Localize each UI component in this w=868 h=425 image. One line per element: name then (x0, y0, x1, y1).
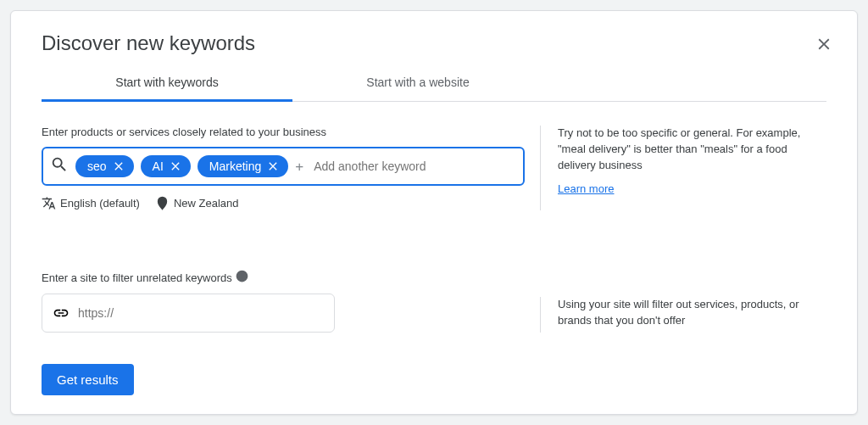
close-icon (266, 159, 280, 173)
chip-label: Marketing (209, 159, 261, 173)
chip-label: seo (87, 159, 107, 173)
site-label-text: Enter a site to filter unrelated keyword… (42, 271, 232, 284)
chip-label: AI (153, 159, 164, 173)
tabs: Start with keywords Start with a website (42, 65, 826, 102)
keywords-input-field[interactable]: seo AI Marketing + (42, 147, 525, 186)
site-url-input[interactable] (78, 306, 324, 320)
settings-row: English (default) New Zealand (42, 196, 525, 210)
chip-remove[interactable] (266, 159, 280, 173)
site-input-field[interactable] (42, 294, 335, 333)
site-label: Enter a site to filter unrelated keyword… (42, 270, 525, 285)
chip-remove[interactable] (169, 159, 182, 173)
close-icon (169, 159, 182, 173)
close-button[interactable] (815, 35, 833, 57)
svg-point-0 (161, 200, 164, 204)
learn-more-link[interactable]: Learn more (558, 182, 614, 195)
keywords-label: Enter products or services closely relat… (42, 126, 525, 138)
close-icon (112, 159, 125, 173)
site-hint: Using your site will filter out services… (558, 297, 820, 329)
location-selector[interactable]: New Zealand (155, 196, 239, 210)
language-selector[interactable]: English (default) (42, 196, 140, 210)
site-row: Enter a site to filter unrelated keyword… (42, 270, 826, 333)
translate-icon (42, 196, 56, 210)
keywords-row: Enter products or services closely relat… (42, 126, 826, 210)
keyword-chip[interactable]: AI (141, 155, 191, 177)
location-value: New Zealand (174, 197, 239, 210)
site-left: Enter a site to filter unrelated keyword… (42, 270, 525, 333)
keywords-hint-col: Try not to be too specific or general. F… (540, 126, 820, 210)
svg-point-2 (242, 278, 242, 279)
tab-keywords[interactable]: Start with keywords (42, 65, 292, 102)
add-keyword-input[interactable] (310, 156, 516, 176)
keyword-planner-card: Discover new keywords Start with keyword… (10, 10, 858, 415)
tab-website[interactable]: Start with a website (292, 65, 543, 101)
keywords-left: Enter products or services closely relat… (42, 126, 525, 210)
keyword-chip[interactable]: seo (75, 155, 134, 177)
keyword-chip[interactable]: Marketing (198, 155, 288, 177)
location-icon (155, 196, 170, 210)
chip-remove[interactable] (112, 159, 125, 173)
close-icon (815, 35, 833, 53)
get-results-button[interactable]: Get results (42, 364, 134, 395)
search-icon (50, 155, 69, 177)
page-title: Discover new keywords (42, 31, 826, 55)
link-icon (53, 305, 70, 322)
plus-icon: + (295, 159, 303, 174)
site-hint-col: Using your site will filter out services… (540, 297, 820, 333)
language-value: English (default) (60, 197, 140, 210)
keywords-hint: Try not to be too specific or general. F… (558, 126, 820, 174)
help-icon[interactable] (236, 270, 248, 285)
